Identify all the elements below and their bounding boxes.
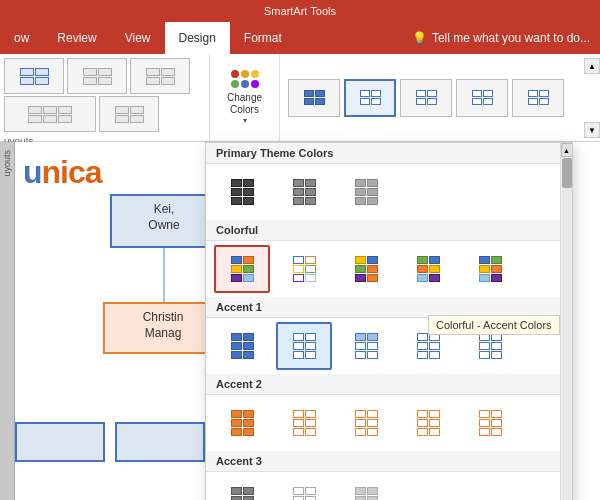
org-box-bottom-1[interactable] [15, 422, 105, 462]
ribbon: uyouts ChangeColors ▾ [0, 54, 600, 142]
accent1-filled[interactable] [214, 322, 270, 370]
smartart-styles [280, 54, 600, 141]
unica-logo: unica [23, 154, 102, 191]
accent2-5[interactable] [462, 399, 518, 447]
accent3-1[interactable] [214, 476, 270, 500]
change-colors-arrow: ▾ [243, 116, 247, 125]
style-thumb-4[interactable] [456, 79, 508, 117]
tab-window[interactable]: ow [0, 22, 43, 54]
colorful-4[interactable] [400, 245, 456, 293]
accent1-gradient[interactable] [338, 322, 394, 370]
layout-thumb-2[interactable] [67, 58, 127, 94]
scroll-down-button[interactable]: ▼ [584, 122, 600, 138]
primary-dark1[interactable] [214, 168, 270, 216]
dropdown-scroll-up[interactable]: ▲ [561, 143, 573, 157]
accent1-5[interactable] [462, 322, 518, 370]
colorful-5[interactable] [462, 245, 518, 293]
title-bar: SmartArt Tools [0, 0, 600, 22]
layout-thumb-4[interactable] [4, 96, 96, 132]
layout-thumbnails-row2 [4, 96, 205, 132]
style-thumb-5[interactable] [512, 79, 564, 117]
layout-thumb-3[interactable] [130, 58, 190, 94]
primary-dark2[interactable] [276, 168, 332, 216]
ribbon-layouts: uyouts [0, 54, 210, 141]
color-dots [231, 70, 259, 88]
accent2-1[interactable] [214, 399, 270, 447]
primary-dark3[interactable] [338, 168, 394, 216]
change-colors-button[interactable]: ChangeColors ▾ [210, 54, 280, 141]
accent2-2[interactable] [276, 399, 332, 447]
tab-format[interactable]: Format [230, 22, 296, 54]
layout-thumb-1[interactable] [4, 58, 64, 94]
dropdown-scroll-track [562, 158, 572, 500]
canvas-left-panel: uyouts [0, 142, 15, 500]
org-box-christine-label: ChristinManag [143, 310, 184, 340]
ribbon-scrollbar: ▲ ▼ [584, 58, 600, 138]
lightbulb-icon: 💡 [412, 31, 427, 45]
accent2-row [206, 395, 572, 451]
style-thumb-1[interactable] [288, 79, 340, 117]
tab-view[interactable]: View [111, 22, 165, 54]
tell-me-bar: 💡 Tell me what you want to do... [402, 22, 600, 54]
accent1-outline-selected[interactable] [276, 322, 332, 370]
org-box-kei[interactable]: Kei,Owne [110, 194, 218, 248]
section-accent3-label: Accent 3 [206, 451, 572, 472]
section-accent2-label: Accent 2 [206, 374, 572, 395]
colorful-2[interactable] [276, 245, 332, 293]
dropdown-scroll-thumb[interactable] [562, 158, 572, 188]
scroll-up-button[interactable]: ▲ [584, 58, 600, 74]
colorful-3[interactable] [338, 245, 394, 293]
org-box-kei-label: Kei,Owne [148, 202, 179, 232]
section-colorful-label: Colorful [206, 220, 572, 241]
accent1-4[interactable] [400, 322, 456, 370]
accent2-4[interactable] [400, 399, 456, 447]
tab-bar: ow Review View Design Format 💡 Tell me w… [0, 22, 600, 54]
style-thumb-3[interactable] [400, 79, 452, 117]
section-primary-label: Primary Theme Colors [206, 143, 572, 164]
change-colors-dropdown: Primary Theme Colors [205, 142, 573, 500]
layout-thumbnails [4, 58, 205, 94]
title-bar-label: SmartArt Tools [264, 5, 336, 17]
tab-design[interactable]: Design [165, 22, 230, 54]
dropdown-scrollbar: ▲ ▼ [560, 143, 572, 500]
tab-review[interactable]: Review [43, 22, 110, 54]
change-colors-label: ChangeColors [227, 92, 262, 116]
accent3-2[interactable] [276, 476, 332, 500]
layout-thumb-5[interactable] [99, 96, 159, 132]
style-thumb-2[interactable] [344, 79, 396, 117]
org-line-2 [163, 262, 165, 302]
org-box-bottom-2[interactable] [115, 422, 205, 462]
accent3-3[interactable] [338, 476, 394, 500]
primary-colors-row [206, 164, 572, 220]
layouts-side-label: uyouts [0, 146, 14, 181]
section-accent1-label: Accent 1 [206, 297, 572, 318]
accent3-row [206, 472, 572, 500]
tell-me-text[interactable]: Tell me what you want to do... [432, 31, 590, 45]
colorful-row [206, 241, 572, 297]
accent2-3[interactable] [338, 399, 394, 447]
colorful-accent-colors[interactable] [214, 245, 270, 293]
accent1-row [206, 318, 572, 374]
